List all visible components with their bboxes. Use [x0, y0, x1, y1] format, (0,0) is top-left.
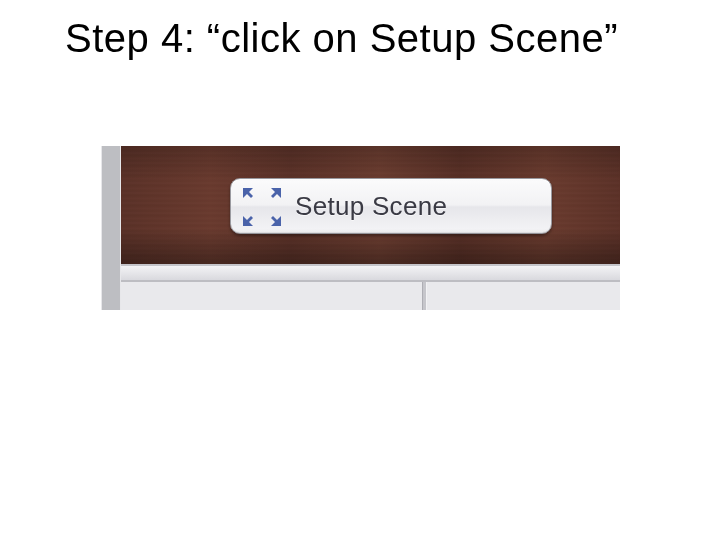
panel-toolbar-strip: [121, 264, 620, 282]
svg-marker-0: [243, 188, 253, 198]
svg-marker-1: [271, 188, 281, 198]
slide-title: Step 4: “click on Setup Scene”: [65, 16, 618, 61]
expand-arrows-icon: [241, 186, 281, 226]
panel-chrome-area: [121, 264, 620, 310]
svg-marker-3: [271, 216, 281, 226]
svg-marker-2: [243, 216, 253, 226]
setup-scene-button-label: Setup Scene: [295, 191, 447, 222]
panel-divider: [423, 282, 426, 310]
scene-background: Setup Scene: [121, 146, 620, 264]
panel-left-edge: [101, 146, 123, 310]
slide: Step 4: “click on Setup Scene”: [0, 0, 720, 540]
embedded-screenshot: Setup Scene: [101, 146, 620, 310]
setup-scene-button[interactable]: Setup Scene: [230, 178, 552, 234]
